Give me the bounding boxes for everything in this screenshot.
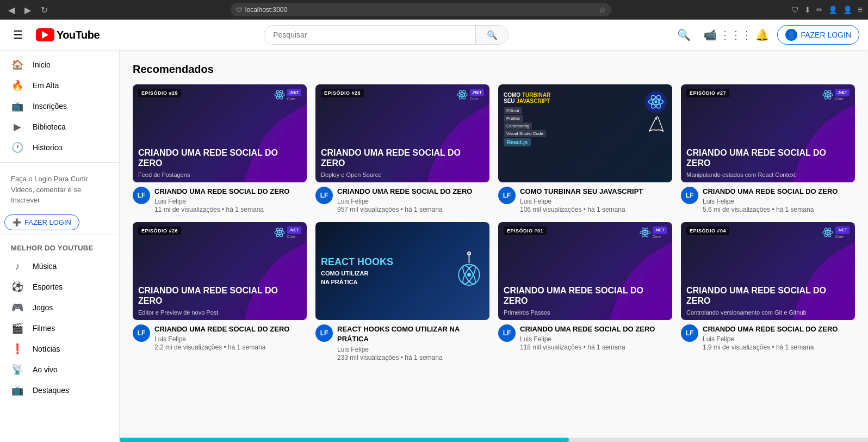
sidebar-item-em alta[interactable]: 🔥Em Alta [0,75,119,96]
svg-point-12 [655,118,657,120]
video-thumbnail: EPISÓDIO #01 .NET Core CRIANDO UMA REDE … [498,222,672,320]
video-title: COMO TURBINAR SEU JAVASCRIPT [520,187,672,197]
pen-icon: ✏ [816,5,823,14]
sidebar-icon: ▶ [11,121,24,133]
sidebar-cat-label: Esportes [33,283,63,291]
video-card[interactable]: EPISÓDIO #28 .NET Core CRIANDO UMA REDE … [315,84,489,213]
video-channel: Luis Felipe [703,198,855,205]
thumb-content: EPISÓDIO #26 .NET Core CRIANDO UMA REDE … [133,222,307,320]
sidebar: 🏠Inicio🔥Em Alta📺Inscrições▶Biblioteca🕐Hi… [0,50,120,442]
address-bar[interactable]: 🛡 localhost:3000 ☆ [231,3,611,16]
video-card[interactable]: EPISÓDIO #29 .NET Core CRIANDO UMA REDE … [133,84,307,213]
menu-toggle[interactable]: ☰ [9,24,27,46]
sidebar-login-button[interactable]: ➕ FAZER LOGIN [4,214,79,230]
video-channel: Luis Felipe [520,335,672,343]
sidebar-section-title: MELHOR DO YOUTUBE [0,240,119,256]
search-input[interactable] [264,26,475,44]
net-logo: .NET Core [822,226,850,238]
bell-icon-btn[interactable]: 🔔 [751,24,773,46]
sidebar-cat-filmes[interactable]: 🎬Filmes [0,318,119,339]
bottom-scrollbar[interactable] [120,438,868,442]
yt-layout: 🏠Inicio🔥Em Alta📺Inscrições▶Biblioteca🕐Hi… [0,50,868,442]
forward-button[interactable]: ▶ [22,4,34,16]
thumb-title: CRIANDO UMA REDE SOCIAL DO ZERO [504,285,667,306]
thumb-content: EPISÓDIO #29 .NET Core CRIANDO UMA REDE … [133,84,307,182]
sidebar-cat-destaques[interactable]: 📺Destaques [0,380,119,401]
sidebar-cat-icon: ♪ [11,261,24,272]
search-area: 🔍 [100,25,673,45]
sidebar-cat-label: Filmes [33,324,55,333]
video-stats: 5,6 mi de visualizações • há 1 semana [703,206,855,213]
shield-icon: 🛡 [236,7,242,13]
search-button[interactable]: 🔍 [475,26,508,44]
sidebar-icon: 🔥 [11,79,24,91]
video-card[interactable]: EPISÓDIO #26 .NET Core CRIANDO UMA REDE … [133,222,307,361]
apps-icon-btn[interactable]: ⋮⋮⋮ [725,24,747,46]
video-channel: Luis Felipe [703,335,855,343]
thumb-title: CRIANDO UMA REDE SOCIAL DO ZERO [321,148,484,168]
episode-badge: EPISÓDIO #28 [321,89,364,97]
video-thumbnail: EPISÓDIO #26 .NET Core CRIANDO UMA REDE … [133,222,307,320]
video-title: CRIANDO UMA REDE SOCIAL DO ZERO [154,187,307,197]
sidebar-cat-esportes[interactable]: ⚽Esportes [0,277,119,297]
video-title: CRIANDO UMA REDE SOCIAL DO ZERO [520,324,672,334]
yt-logo-text: YouTube [57,29,100,41]
video-info-row: LF CRIANDO UMA REDE SOCIAL DO ZERO Luis … [133,187,307,213]
video-channel: Luis Felipe [337,198,489,205]
svg-point-31 [827,231,829,234]
yt-logo[interactable]: YouTube [36,28,100,41]
thumb-subtitle: Editor e Preview de novo Post [138,309,301,316]
sidebar-cat-notícias[interactable]: ❗Notícias [0,339,119,359]
video-card[interactable]: COMO TURBINARSEU JAVASCRIPT ESLint Prett… [498,84,672,213]
svg-point-8 [654,100,657,103]
net-badge: .NET [287,226,301,234]
sidebar-cat-label: Música [33,262,57,271]
sidebar-cat-ao vivo[interactable]: 📡Ao vivo [0,359,119,380]
video-title: REACT HOOKS COMO UTILIZAR NA PRÁTICA [337,324,489,344]
video-stats: 233 mil visualizações • há 1 semana [337,354,489,361]
video-stats: 106 mil visualizações • há 1 semana [520,206,672,213]
video-card[interactable]: EPISÓDIO #01 .NET Core CRIANDO UMA REDE … [498,222,672,361]
video-card[interactable]: EPISÓDIO #04 .NET Core CRIANDO UMA REDE … [681,222,855,361]
sidebar-cat-jogos[interactable]: 🎮Jogos [0,297,119,318]
sidebar-cat-música[interactable]: ♪Música [0,256,119,277]
sidebar-cat-icon: 📺 [11,384,24,396]
sidebar-cat-icon: 📡 [11,364,24,376]
sidebar-label: Biblioteca [33,122,66,131]
net-badge: .NET [835,226,850,234]
sidebar-item-biblioteca[interactable]: ▶Biblioteca [0,116,119,137]
video-card[interactable]: EPISÓDIO #27 .NET Core CRIANDO UMA REDE … [681,84,855,213]
episode-badge: EPISÓDIO #01 [504,226,547,235]
thumb-content: EPISÓDIO #04 .NET Core CRIANDO UMA REDE … [681,222,855,320]
video-info-row: LF CRIANDO UMA REDE SOCIAL DO ZERO Luis … [681,187,855,213]
menu-icon[interactable]: ≡ [858,5,863,15]
yt-app: ☰ YouTube 🔍 🔍 📹 ⋮⋮⋮ 🔔 👤 FAZER LOGIN [0,20,868,442]
svg-point-0 [278,94,281,96]
video-info-row: LF COMO TURBINAR SEU JAVASCRIPT Luis Fel… [498,187,672,213]
video-card[interactable]: REACT HOOKS COMO UTILIZAR NA PRÁTICA [315,222,489,361]
video-channel: Luis Felipe [154,335,307,343]
header-left: ☰ YouTube [9,24,100,46]
sidebar-item-inscrições[interactable]: 📺Inscrições [0,96,119,116]
sidebar-cat-icon: 🎬 [11,322,24,334]
thumb-content: COMO TURBINARSEU JAVASCRIPT ESLint Prett… [498,84,672,182]
sidebar-cat-icon: ⚽ [11,281,24,293]
svg-point-4 [461,94,463,96]
login-button[interactable]: 👤 FAZER LOGIN [777,25,859,45]
sidebar-item-historico[interactable]: 🕐Historico [0,137,119,158]
video-title: CRIANDO UMA REDE SOCIAL DO ZERO [154,324,307,334]
sidebar-item-inicio[interactable]: 🏠Inicio [0,54,119,75]
sidebar-cat-label: Destaques [33,386,69,395]
svg-point-13 [827,94,829,96]
search-icon-btn[interactable]: 🔍 [673,24,695,46]
sidebar-login-plus-icon: ➕ [13,218,21,226]
video-meta: CRIANDO UMA REDE SOCIAL DO ZERO Luis Fel… [154,187,307,213]
video-camera-icon-btn[interactable]: 📹 [699,24,721,46]
thumb-title: CRIANDO UMA REDE SOCIAL DO ZERO [686,285,850,306]
sidebar-cat-label: Jogos [33,303,53,312]
refresh-button[interactable]: ↻ [38,4,51,16]
thumb-content: REACT HOOKS COMO UTILIZAR NA PRÁTICA [315,222,489,320]
download-icon: ⬇ [804,5,811,14]
video-meta: CRIANDO UMA REDE SOCIAL DO ZERO Luis Fel… [154,324,307,351]
back-button[interactable]: ◀ [5,4,17,16]
